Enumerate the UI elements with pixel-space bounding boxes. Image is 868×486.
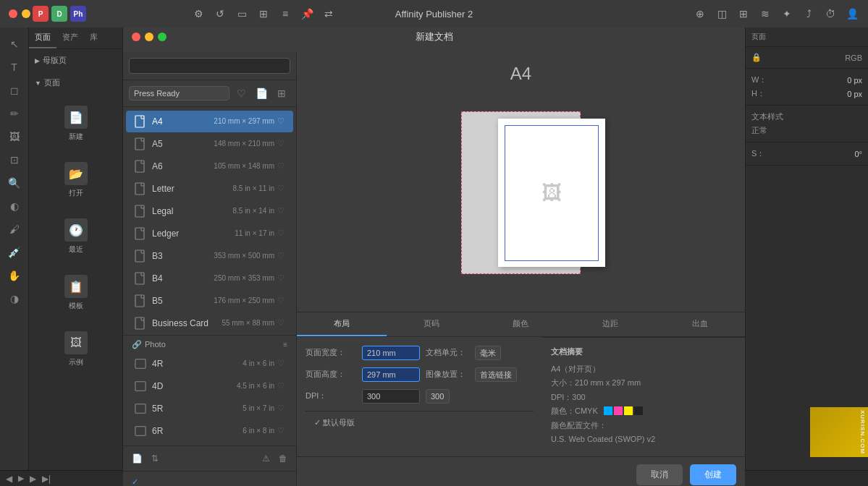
4d-favorite[interactable]: ♡	[277, 381, 285, 391]
page-width-input[interactable]	[362, 346, 420, 360]
tab-library[interactable]: 库	[84, 27, 104, 48]
tab-page-number[interactable]: 页码	[387, 312, 476, 336]
pin-icon[interactable]: 📌	[297, 4, 317, 24]
template-item-a4[interactable]: A4 210 mm × 297 mm ♡	[126, 111, 293, 132]
sort-template-btn[interactable]: ⇅	[148, 452, 161, 465]
main-layout: ↖ T ◻ ✏ 🖼 ⊡ 🔍 ◐ 🖌 💉 ✋ ◑ 页面 资产 库 ▶ 母版页 ▼ …	[0, 27, 868, 486]
doc-unit-select[interactable]: 毫米	[475, 346, 501, 360]
grid-icon[interactable]: ⊞	[253, 4, 274, 24]
template-item-b3[interactable]: B3 353 mm × 500 mm ♡	[126, 245, 293, 267]
tab-pages[interactable]: 页面	[29, 27, 56, 48]
dpi-unit-select[interactable]: 300	[426, 389, 450, 404]
undo-icon[interactable]: ↺	[210, 4, 230, 24]
masterpages-header[interactable]: ▶ 母版页	[29, 52, 122, 69]
ledger-favorite[interactable]: ♡	[277, 229, 285, 238]
document-icon	[135, 250, 146, 263]
filter-select[interactable]: Press Ready	[129, 86, 229, 101]
effects-icon[interactable]: ✦	[777, 4, 797, 24]
shape-tool[interactable]: ◻	[4, 80, 25, 101]
template-item-ledger[interactable]: Ledger 11 in × 17 in ♡	[126, 223, 293, 244]
transform-icon[interactable]: ⊞	[733, 4, 754, 24]
mask-tool[interactable]: ◑	[4, 288, 25, 310]
new-action[interactable]: 📄 新建	[62, 101, 90, 146]
b5-favorite[interactable]: ♡	[277, 296, 285, 305]
pages-header[interactable]: ▼ 页面	[29, 74, 122, 91]
zoom-tool[interactable]: 🔍	[4, 172, 25, 194]
b3-favorite[interactable]: ♡	[277, 251, 285, 260]
text-tool[interactable]: T	[4, 56, 25, 78]
cancel-button[interactable]: 取消	[636, 464, 683, 485]
create-button[interactable]: 创建	[690, 464, 736, 485]
hand-tool[interactable]: ✋	[4, 265, 25, 286]
legal-favorite[interactable]: ♡	[277, 206, 285, 216]
status-controls: ◀ ▶ ▶ ▶|	[6, 474, 51, 484]
layers-icon[interactable]: ≋	[755, 4, 775, 24]
template-item-a5[interactable]: A5 148 mm × 210 mm ♡	[126, 133, 293, 155]
paint-tool[interactable]: 🖌	[4, 218, 25, 240]
template-item-4d[interactable]: 4D 4.5 in × 6 in ♡	[126, 375, 293, 397]
template-item-a6[interactable]: A6 105 mm × 148 mm ♡	[126, 155, 293, 177]
prev-page-btn[interactable]: ◀	[6, 474, 12, 484]
example-action[interactable]: 🖼 示例	[62, 327, 90, 372]
4r-favorite[interactable]: ♡	[277, 359, 285, 368]
template-item-business-card[interactable]: Business Card 55 mm × 88 mm ♡	[126, 312, 293, 334]
tab-bleed[interactable]: 出血	[655, 312, 745, 336]
move-tool[interactable]: ↖	[4, 33, 25, 55]
last-page-btn[interactable]: ▶|	[42, 474, 51, 484]
next-page-btn[interactable]: ▶	[30, 474, 36, 484]
favorite-filter-btn[interactable]: ♡	[232, 85, 250, 102]
5r-favorite[interactable]: ♡	[277, 404, 285, 413]
tab-margin[interactable]: 边距	[565, 312, 655, 336]
dialog-maximize[interactable]	[158, 33, 167, 41]
6r-favorite[interactable]: ♡	[277, 426, 285, 435]
template-action[interactable]: 📋 模板	[62, 270, 90, 315]
page-height-input[interactable]	[362, 367, 420, 382]
template-item-b4[interactable]: B4 250 mm × 353 mm ♡	[126, 268, 293, 289]
pen-tool[interactable]: ✏	[4, 103, 25, 124]
add-template-btn[interactable]: 📄	[129, 452, 146, 465]
a6-favorite[interactable]: ♡	[277, 161, 285, 171]
tab-layout[interactable]: 布局	[297, 312, 387, 336]
template-item-4r[interactable]: 4R 4 in × 6 in ♡	[126, 353, 293, 375]
history-icon[interactable]: ⏱	[820, 4, 840, 24]
right-tab-pages[interactable]: 页面	[749, 27, 769, 46]
a5-favorite[interactable]: ♡	[277, 139, 285, 148]
tab-color[interactable]: 颜色	[476, 312, 566, 336]
eyedropper-tool[interactable]: 💉	[4, 242, 25, 263]
align-icon[interactable]: ≡	[275, 4, 295, 24]
dialog-minimize[interactable]	[145, 33, 153, 41]
b4-favorite[interactable]: ♡	[277, 273, 285, 283]
grid-view-btn[interactable]: ⊞	[273, 85, 290, 102]
delete-template-btn[interactable]: 🗑	[276, 452, 290, 465]
quick-actions: 📄 新建 📂 打开 🕐 最近 📋 模板 🖼 示例	[29, 94, 122, 379]
recent-action[interactable]: 🕐 最近	[62, 214, 90, 259]
open-action[interactable]: 📂 打开	[62, 158, 90, 202]
photo-category-menu[interactable]: ≡	[283, 341, 287, 349]
a4-favorite[interactable]: ♡	[277, 116, 285, 126]
zoom-icon[interactable]: ⊕	[690, 4, 710, 24]
document-icon	[135, 317, 146, 330]
link-icon[interactable]: ⇄	[319, 4, 339, 24]
image-place-select[interactable]: 首选链接	[475, 367, 517, 382]
settings-icon[interactable]: ⚙	[188, 4, 208, 24]
template-item-6r[interactable]: 6R 6 in × 8 in ♡	[126, 420, 293, 442]
tab-assets[interactable]: 资产	[56, 27, 84, 48]
template-item-b5[interactable]: B5 176 mm × 250 mm ♡	[126, 290, 293, 312]
template-item-legal[interactable]: Legal 8.5 in × 14 in ♡	[126, 200, 293, 222]
new-template-btn[interactable]: 📄	[253, 85, 270, 102]
user-icon[interactable]: 👤	[842, 4, 862, 24]
warning-icon-btn[interactable]: ⚠	[259, 452, 273, 465]
dpi-input[interactable]	[362, 389, 420, 404]
template-item-5r[interactable]: 5R 5 in × 7 in ♡	[126, 398, 293, 419]
view-icon[interactable]: ◫	[712, 4, 732, 24]
letter-favorite[interactable]: ♡	[277, 184, 285, 193]
frame-icon[interactable]: ▭	[232, 4, 252, 24]
template-search-input[interactable]	[129, 58, 290, 74]
export-icon[interactable]: ⤴	[799, 4, 819, 24]
color-fill-tool[interactable]: ◐	[4, 195, 25, 217]
image-tool[interactable]: 🖼	[4, 126, 25, 148]
crop-tool[interactable]: ⊡	[4, 149, 25, 171]
template-item-letter[interactable]: Letter 8.5 in × 11 in ♡	[126, 178, 293, 200]
business-card-favorite[interactable]: ♡	[277, 318, 285, 328]
dialog-close[interactable]	[132, 33, 140, 41]
